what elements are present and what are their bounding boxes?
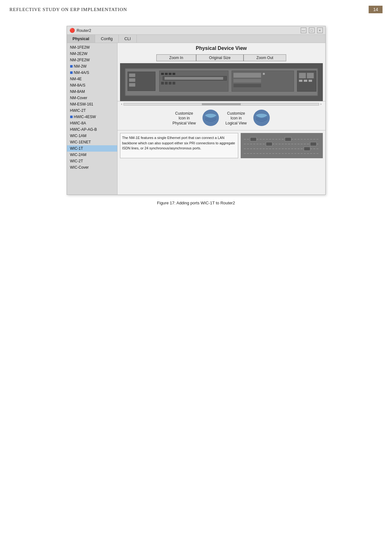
svg-rect-12 — [165, 77, 223, 80]
svg-point-31 — [256, 114, 267, 118]
svg-rect-40 — [304, 147, 310, 151]
figure-caption: Figure 17: Adding ports WIC-1T to Router… — [157, 201, 235, 205]
blue-indicator — [70, 71, 73, 74]
customize-physical-label: CustomizeIcon inPhysical View — [172, 111, 196, 126]
tab-physical[interactable]: Physical — [67, 35, 95, 43]
scroll-thumb[interactable] — [202, 103, 241, 105]
list-item[interactable]: NM-2E2W — [67, 51, 117, 57]
list-item[interactable]: NM-4E — [67, 76, 117, 82]
info-pattern-image — [241, 133, 323, 158]
tab-cli[interactable]: CLI — [119, 35, 137, 43]
tab-config[interactable]: Config — [95, 35, 119, 43]
list-item[interactable]: NM-1FE2W — [67, 44, 117, 51]
main-panel: Physical Device View Zoom In Original Si… — [118, 43, 325, 195]
cisco-router-icon-logical — [253, 109, 270, 126]
info-text: The NM-1E features a single Ethernet por… — [120, 133, 238, 158]
svg-rect-15 — [169, 82, 172, 85]
svg-rect-7 — [161, 73, 164, 75]
svg-rect-9 — [169, 73, 172, 75]
customize-logical-icon[interactable] — [253, 109, 270, 128]
svg-rect-16 — [172, 82, 175, 85]
scroll-left-arrow[interactable]: ‹ — [120, 102, 124, 106]
list-item[interactable]: HWIC-8A — [67, 120, 117, 126]
list-item[interactable]: NM-2FE2W — [67, 57, 117, 63]
customize-physical-icon[interactable] — [202, 109, 219, 128]
svg-rect-13 — [161, 82, 164, 85]
list-item[interactable]: NM-Cover — [67, 95, 117, 101]
tab-bar: Physical Config CLI — [67, 35, 325, 43]
window-title: Router2 — [77, 28, 91, 33]
svg-rect-14 — [165, 82, 168, 85]
original-size-button[interactable]: Original Size — [196, 54, 244, 61]
minimize-button[interactable]: — — [301, 27, 306, 33]
cisco-router-icon-physical — [202, 109, 219, 126]
scroll-right-arrow[interactable]: › — [319, 102, 323, 106]
svg-rect-24 — [307, 73, 314, 78]
window-body: NM-1FE2W NM-2E2W NM-2FE2W NM-2W NM-4A/S … — [67, 43, 325, 195]
list-item[interactable]: WIC-1ENET — [67, 139, 117, 145]
svg-rect-4 — [129, 78, 135, 82]
svg-rect-5 — [129, 83, 135, 87]
page-title: REFLECTIVE STUDY ON ERP IMPLEMENTATION — [9, 7, 127, 12]
blue-indicator — [70, 116, 73, 118]
svg-rect-8 — [165, 73, 168, 75]
title-bar-left: 🔴 Router2 — [69, 28, 91, 33]
svg-rect-39 — [285, 137, 291, 141]
router-app-icon: 🔴 — [69, 28, 75, 33]
svg-rect-27 — [309, 80, 312, 82]
page-header: REFLECTIVE STUDY ON ERP IMPLEMENTATION 1… — [0, 0, 392, 16]
svg-rect-23 — [299, 73, 306, 78]
device-view-title: Physical Device View — [118, 43, 325, 53]
list-item[interactable]: WIC-Cover — [67, 164, 117, 171]
svg-rect-26 — [304, 80, 307, 82]
svg-rect-25 — [299, 80, 302, 82]
list-item[interactable]: WIC-2T — [67, 158, 117, 164]
zoom-controls: Zoom In Original Size Zoom Out — [118, 53, 325, 63]
blue-indicator — [70, 65, 73, 68]
device-visual — [120, 63, 323, 101]
svg-rect-38 — [266, 142, 272, 146]
list-item[interactable]: HWIC-AP-AG-B — [67, 126, 117, 133]
list-item[interactable]: NM-8AM — [67, 88, 117, 95]
customize-logical-label: CustomizeIcon inLogical View — [226, 111, 247, 126]
svg-rect-37 — [250, 137, 256, 141]
list-item[interactable]: NM-ESW-161 — [67, 101, 117, 107]
title-bar: 🔴 Router2 — □ × — [67, 26, 325, 35]
scroll-track[interactable] — [124, 103, 319, 105]
svg-rect-3 — [129, 74, 135, 77]
svg-rect-18 — [233, 73, 261, 78]
info-image — [241, 133, 323, 158]
module-list-panel[interactable]: NM-1FE2W NM-2E2W NM-2FE2W NM-2W NM-4A/S … — [67, 43, 118, 195]
svg-rect-10 — [172, 73, 175, 75]
info-panel: The NM-1E features a single Ethernet por… — [118, 130, 325, 161]
svg-rect-21 — [233, 84, 261, 87]
close-button[interactable]: × — [317, 27, 323, 33]
svg-rect-41 — [310, 142, 317, 146]
title-bar-controls: — □ × — [301, 27, 323, 33]
list-item-wic-1t[interactable]: WIC-1T — [67, 145, 117, 152]
list-item[interactable]: NM-2W — [67, 63, 117, 69]
list-item[interactable]: NM-4A/S — [67, 69, 117, 76]
maximize-button[interactable]: □ — [309, 27, 315, 33]
list-item[interactable]: NM-8A/S — [67, 82, 117, 88]
svg-rect-20 — [233, 79, 261, 82]
customize-logical-block: CustomizeIcon inLogical View — [226, 111, 247, 126]
figure-container: 🔴 Router2 — □ × Physical Config CLI NM-1… — [0, 16, 392, 215]
list-item[interactable]: WIC-2AM — [67, 152, 117, 158]
customize-row: CustomizeIcon inPhysical View — [118, 107, 325, 130]
zoom-out-button[interactable]: Zoom Out — [244, 54, 286, 61]
svg-point-29 — [205, 114, 216, 118]
list-item[interactable]: HWIC-2T — [67, 107, 117, 114]
list-item[interactable]: HWIC-4ESW — [67, 114, 117, 120]
list-item[interactable]: WIC-1AM — [67, 133, 117, 139]
zoom-in-button[interactable]: Zoom In — [156, 54, 196, 61]
svg-rect-19 — [262, 73, 265, 75]
router-window: 🔴 Router2 — □ × Physical Config CLI NM-1… — [67, 26, 326, 195]
device-display — [120, 63, 323, 101]
customize-physical-block: CustomizeIcon inPhysical View — [172, 111, 196, 126]
scroll-area[interactable]: ‹ › — [118, 101, 325, 107]
page-number: 14 — [369, 6, 383, 13]
